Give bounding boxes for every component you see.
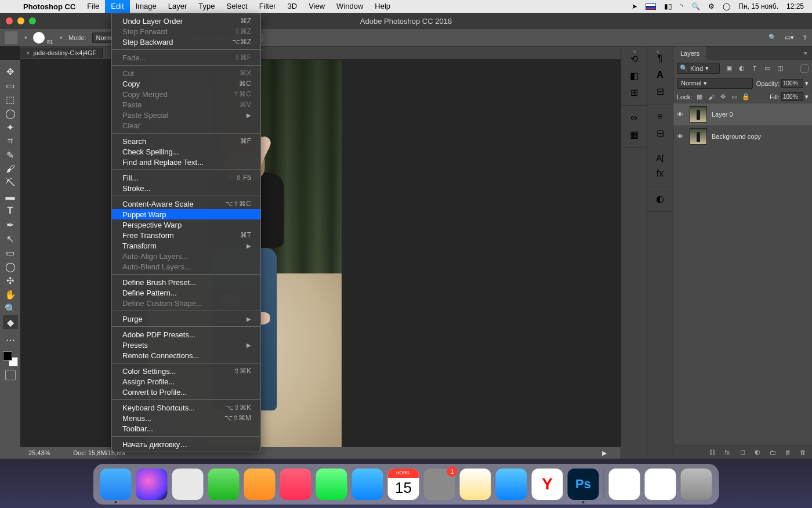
menu-view[interactable]: View [303, 0, 331, 13]
battery-icon[interactable]: ▮▯ [664, 2, 672, 10]
panel-menu-icon[interactable]: ≡ [799, 50, 812, 57]
add-mask-icon[interactable]: ◻ [738, 448, 747, 456]
dock-app-photoshop[interactable]: Ps [568, 469, 599, 500]
brush-chevron-icon[interactable]: ▾ [60, 35, 63, 41]
new-group-icon[interactable]: 🗀 [768, 449, 777, 456]
custom-shape-tool-icon[interactable]: ✣ [3, 273, 18, 287]
app-name[interactable]: Photoshop CC [17, 2, 81, 11]
filter-toggle[interactable] [800, 64, 809, 73]
color-swatches[interactable] [3, 351, 18, 366]
window-minimize-button[interactable] [17, 17, 24, 24]
visibility-icon[interactable]: 👁 [677, 133, 685, 140]
rectangle-tool-icon[interactable]: ▭ [3, 246, 18, 260]
type-panel-icon[interactable]: A| [657, 153, 664, 163]
menu-file[interactable]: File [81, 0, 105, 13]
dock-app-launchpad[interactable] [172, 469, 204, 500]
healing-tool-icon[interactable]: ◆ [3, 315, 18, 329]
menu-select[interactable]: Select [220, 0, 253, 13]
filter-adjust-icon[interactable]: ◐ [737, 64, 746, 73]
blend-mode-select[interactable]: Normal ▾ [677, 78, 753, 89]
brush-preview[interactable] [33, 32, 45, 44]
dock-app-finder[interactable] [100, 469, 132, 500]
workspace-icon[interactable]: ▭▾ [785, 34, 794, 41]
menu-item-find-and-replace-text[interactable]: Find and Replace Text... [112, 157, 260, 167]
menu-item-assign-profile[interactable]: Assign Profile... [112, 376, 260, 387]
current-tool-icon[interactable] [5, 31, 17, 44]
layer-name[interactable]: Layer 0 [712, 111, 733, 118]
dock-app-music[interactable] [280, 469, 311, 500]
hand-tool-icon[interactable]: ✋ [3, 287, 18, 301]
delete-layer-icon[interactable]: 🗑 [798, 449, 807, 456]
window-maximize-button[interactable] [29, 17, 36, 24]
dock-app-calendar[interactable]: НОЯБ.15 [388, 469, 419, 500]
menubar-date[interactable]: Пн, 15 нояб. [738, 2, 778, 10]
share-icon[interactable]: ⇧ [802, 34, 807, 41]
panel-collapse-icon[interactable]: « [656, 48, 659, 55]
menu-item-presets[interactable]: Presets▶ [112, 340, 260, 350]
character-styles-panel-icon[interactable]: ⊟ [657, 128, 664, 139]
brush-tool-icon[interactable]: 🖌 [3, 162, 18, 176]
lock-all-icon[interactable]: 🔒 [742, 93, 750, 101]
menubar-time[interactable]: 12:25 [786, 2, 804, 10]
zoom-tool-icon[interactable]: 🔍 [3, 301, 18, 315]
move-tool-icon[interactable]: ✥ [3, 64, 18, 78]
zoom-level[interactable]: 25,43% [28, 449, 50, 456]
menu-item-convert-to-profile[interactable]: Convert to Profile... [112, 387, 260, 397]
lock-transparency-icon[interactable]: ▦ [695, 93, 704, 101]
menu-item-free-transform[interactable]: Free Transform⌘T [112, 230, 260, 240]
menu-filter[interactable]: Filter [253, 0, 282, 13]
eyedropper-tool-icon[interactable]: ✎ [3, 148, 18, 162]
layer-thumbnail[interactable] [690, 128, 707, 145]
menu-item-undo-layer-order[interactable]: Undo Layer Order⌘Z [112, 16, 260, 26]
menu-window[interactable]: Window [331, 0, 369, 13]
menu-item-define-pattern[interactable]: Define Pattern... [112, 287, 260, 298]
window-close-button[interactable] [6, 17, 13, 24]
dock-app-siri[interactable] [136, 469, 168, 500]
layer-kind-filter[interactable]: 🔍 Kind ▾ [677, 63, 720, 74]
tab-close-icon[interactable]: × [26, 49, 30, 56]
layer-name[interactable]: Background copy [712, 133, 761, 140]
menu-item-perspective-warp[interactable]: Perspective Warp [112, 219, 260, 230]
menu-item-keyboard-shortcuts[interactable]: Keyboard Shortcuts...⌥⇧⌘K [112, 402, 260, 413]
lock-pixels-icon[interactable]: 🖌 [707, 93, 715, 101]
dock-app-yandex[interactable]: Y [532, 469, 563, 500]
character-panel-icon[interactable]: A [657, 70, 664, 80]
panel-collapse-icon[interactable]: « [633, 48, 636, 55]
menu-item-fill[interactable]: Fill...⇧ F5 [112, 172, 260, 183]
dock-app-doc1[interactable] [609, 469, 640, 500]
menu-item-purge[interactable]: Purge▶ [112, 314, 260, 324]
menu-item-stroke[interactable]: Stroke... [112, 183, 260, 193]
menu-edit[interactable]: Edit [105, 0, 129, 13]
filter-pixels-icon[interactable]: ▣ [724, 64, 734, 73]
marquee-tool-icon[interactable]: ⬚ [3, 92, 18, 106]
gradient-tool-icon[interactable]: ▬ [3, 190, 18, 204]
quick-select-tool-icon[interactable]: ✦ [3, 120, 18, 134]
wifi-icon[interactable]: ◝ [680, 2, 683, 10]
dock-app-telegram[interactable] [496, 469, 527, 500]
menu-item-content-aware-scale[interactable]: Content-Aware Scale⌥⇧⌘C [112, 199, 260, 209]
menu-item-toolbar[interactable]: Toolbar... [112, 423, 260, 434]
quick-mask-icon[interactable] [5, 370, 16, 380]
location-icon[interactable]: ➤ [632, 2, 637, 10]
siri-icon[interactable]: ◯ [723, 2, 730, 10]
dock-app-trash[interactable] [681, 469, 712, 500]
canvas-area[interactable] [20, 60, 621, 447]
edit-toolbar-icon[interactable]: ⋯ [3, 333, 18, 347]
filter-shape-icon[interactable]: ▭ [763, 64, 772, 73]
layers-tab[interactable]: Layers [673, 46, 706, 60]
type-tool-icon[interactable]: T [3, 204, 18, 218]
swatches-panel-icon[interactable]: ◧ [630, 70, 639, 81]
lock-artboard-icon[interactable]: ▭ [730, 93, 738, 101]
dock-app-settings[interactable]: 1 [424, 469, 455, 500]
paragraph-styles-panel-icon[interactable]: ≡ [657, 111, 662, 122]
menu-item-search[interactable]: Search⌘F [112, 136, 260, 146]
dock-app-doc2[interactable] [645, 469, 676, 500]
filter-type-icon[interactable]: T [750, 64, 759, 73]
input-flag-icon[interactable] [646, 3, 656, 10]
ellipse-tool-icon[interactable]: ◯ [3, 260, 18, 273]
filter-smart-icon[interactable]: ◫ [775, 64, 785, 73]
cc-libraries-panel-icon[interactable]: ∞ [630, 113, 637, 123]
path-select-tool-icon[interactable]: ↖ [3, 232, 18, 246]
search-icon[interactable]: 🔍 [768, 34, 777, 41]
layer-row[interactable]: 👁 Background copy [673, 125, 812, 147]
